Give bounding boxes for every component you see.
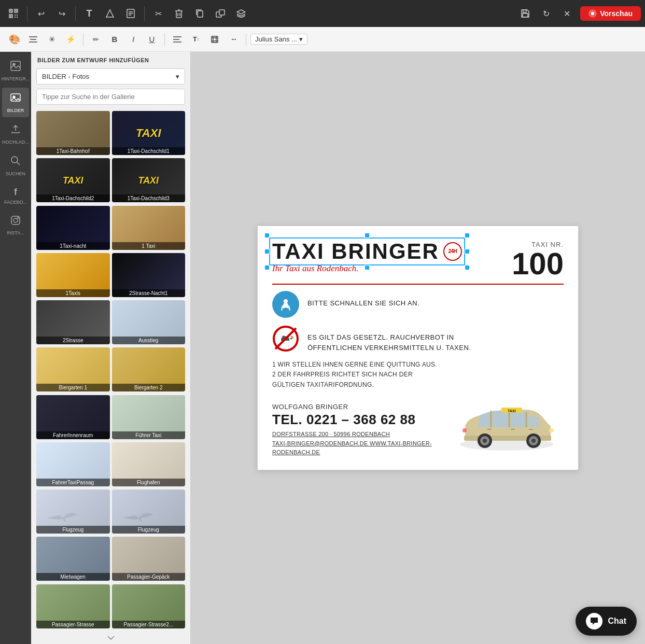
lightning-button[interactable]: ⚡ [62,31,79,48]
image-label: 2Strasse [36,337,110,344]
image-label: Flughafen [112,479,186,486]
sidebar-label-hintergrund: HINTERGR... [2,76,30,81]
category-dropdown[interactable]: BILDER - Fotos ▾ [36,68,185,85]
qr-code-button[interactable] [4,4,23,23]
image-thumb-gepaeck[interactable]: Passagier-Gepäck [112,537,186,581]
image-thumb-taxi-dachschild3[interactable]: TAXI 1Taxi-Dachschild3 [112,158,186,202]
font-size-button[interactable]: T↕ [188,31,204,48]
handle-top-left[interactable] [264,233,270,238]
image-thumb-fuhrertaxi[interactable]: Führer Taxi [112,395,186,439]
page-tool-button[interactable] [121,4,140,23]
image-label: Ausstieg [112,337,186,344]
image-thumb-passagier-strasse2[interactable]: Passagier-Strasse2... [112,584,186,628]
image-thumb-fahrertaxi[interactable]: FahrerTaxiPassag [36,442,110,486]
delete-button[interactable] [170,4,188,23]
handle-middle-right[interactable] [465,249,470,254]
gallery-search-input[interactable] [36,89,185,105]
svg-point-42 [13,218,18,222]
svg-rect-37 [11,94,20,101]
image-label: Passagier-Strasse [36,621,110,628]
layers-button[interactable] [232,4,250,23]
nosmoking-icon [272,325,299,352]
text-align-button[interactable] [169,31,186,48]
toolbar-separator-2 [75,6,76,21]
image-thumb-taxi-dachschild2[interactable]: TAXI 1Taxi-Dachschild2 [36,158,110,202]
redo-button[interactable]: ↪ [52,4,71,23]
sidebar-item-suchen[interactable]: SUCHEN [2,151,29,180]
image-thumb-taxi-nacht[interactable]: 1Taxi-nacht [36,206,110,250]
category-label: BILDER - Fotos [42,73,89,80]
sidebar-label-suchen: SUCHEN [6,171,25,176]
arrange-button[interactable] [211,4,230,23]
svg-point-60 [462,428,467,432]
handle-middle-left[interactable] [264,249,270,254]
sidebar-item-instagram[interactable]: INSTA... [2,211,29,240]
image-thumb-taxi-dachschild1[interactable]: TAXI 1Taxi-Dachschild1 [112,111,186,155]
handle-top-center[interactable] [364,233,370,238]
image-thumb-biergarten2[interactable]: Biergarten 2 [112,347,186,391]
image-thumb-strasse[interactable]: 2Strasse [36,300,110,344]
seatbelt-text: BITTE SCHNALLEN SIE SICH AN. [307,291,419,309]
preview-button[interactable]: Vorschau [580,6,641,21]
undo-button[interactable]: ↩ [32,4,50,23]
hintergrund-icon [10,60,21,74]
sidebar-label-facebook: FACEBO... [4,200,27,205]
image-label: Mietwagen [36,573,110,581]
svg-rect-64 [511,429,515,430]
svg-point-43 [18,217,19,218]
taxi-nr-area: TAXI NR. 100 [512,241,564,279]
italic-button[interactable]: I [125,31,142,48]
bold-button[interactable]: B [106,31,123,48]
image-thumb-mietwagen[interactable]: Mietwagen [36,537,110,581]
handle-bottom-left[interactable] [264,265,270,270]
panel-header: BILDER ZUM ENTWURF HINZUFÜGEN [31,52,190,68]
image-thumb-flughafen[interactable]: Flughafen [112,442,186,486]
left-sidebar: HINTERGR... BILDER HOCHLAD... [0,52,31,644]
svg-rect-17 [198,11,203,17]
svg-rect-19 [219,10,225,15]
sidebar-item-hintergrund[interactable]: HINTERGR... [2,56,29,86]
save-button[interactable] [516,4,535,23]
refresh-button[interactable]: ↻ [537,4,555,23]
facebook-icon: f [14,187,17,198]
sidebar-item-facebook[interactable]: f FACEBO... [2,183,29,209]
effects-button[interactable]: ✳ [44,31,60,48]
color-button[interactable]: 🎨 [6,31,23,48]
crop-button[interactable] [206,31,223,48]
copy-button[interactable] [190,4,209,23]
align-button[interactable] [25,31,41,48]
image-thumb-flugzeug1[interactable]: Flugzeug [36,489,110,534]
handle-bottom-right[interactable] [465,265,470,270]
card-header: TAXI BRINGER 24H Ihr Taxi aus Rodenbach.… [272,241,564,279]
image-thumb-taxi[interactable]: 1 Taxi [112,206,186,250]
image-thumb-taxis[interactable]: 1Taxis [36,253,110,297]
logo-subtitle: Ihr Taxi aus Rodenbach. [272,263,462,274]
sidebar-item-hochladen[interactable]: HOCHLAD... [2,119,29,149]
underline-button[interactable]: U [144,31,160,48]
image-thumb-taxi-bahnhof[interactable]: 1Taxi-Bahnhof [36,111,110,155]
shape-tool-button[interactable] [101,4,119,23]
image-thumb-biergarten1[interactable]: Biergarten 1 [36,347,110,391]
image-label: Passagier-Gepäck [112,573,186,581]
pen-button[interactable]: ✏ [88,31,104,48]
image-thumb-ausstieg[interactable]: Ausstieg [112,300,186,344]
chat-widget[interactable]: Chat [576,607,637,636]
logo-title-selected[interactable]: TAXI BRINGER 24H [272,241,462,262]
contact-address-1: DORFSTRASSE 200 · 50996 RODENBACH [272,430,450,439]
handle-top-right[interactable] [465,233,470,238]
sec-separator-2 [164,33,165,46]
sidebar-item-bilder[interactable]: BILDER [2,88,29,117]
cut-button[interactable]: ✂ [149,4,167,23]
instagram-icon [10,215,21,228]
image-label: FahrerInnenraum [36,431,110,439]
text-tool-button[interactable]: T [80,4,99,23]
more-button[interactable]: ··· [225,31,242,48]
image-thumb-fahrerinnenraum[interactable]: FahrerInnenraum [36,395,110,439]
divider-line [272,284,564,285]
design-card[interactable]: TAXI BRINGER 24H Ihr Taxi aus Rodenbach.… [257,226,579,470]
image-thumb-flugzeug2[interactable]: Flugzeug [112,489,186,534]
image-thumb-strasse-nacht[interactable]: 2Strasse-Nacht1 [112,253,186,297]
close-button[interactable]: ✕ [557,4,576,23]
image-thumb-passagier-strasse[interactable]: Passagier-Strasse [36,584,110,628]
font-selector[interactable]: Julius Sans ... ▾ [250,34,307,45]
